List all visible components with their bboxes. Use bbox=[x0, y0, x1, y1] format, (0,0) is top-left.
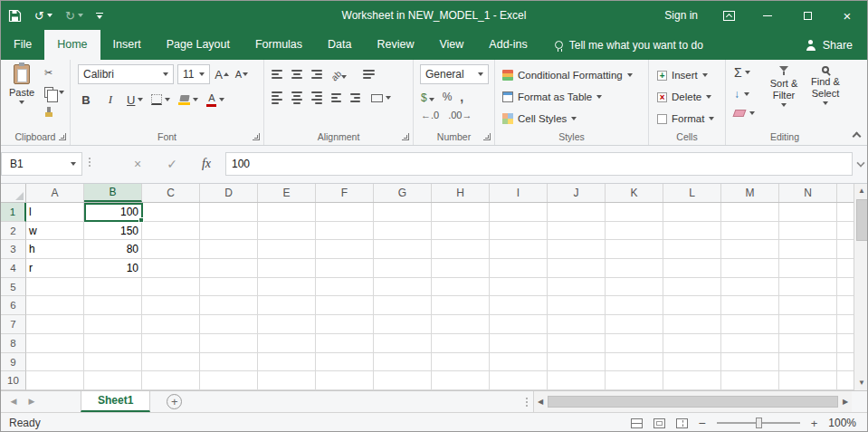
cell-F5[interactable] bbox=[316, 278, 374, 297]
cell-M8[interactable] bbox=[721, 334, 779, 353]
cell-C3[interactable] bbox=[142, 240, 200, 259]
column-header-K[interactable]: K bbox=[606, 184, 663, 202]
collapse-ribbon-icon[interactable] bbox=[853, 132, 862, 141]
cell-F10[interactable] bbox=[316, 371, 374, 390]
increase-indent-button[interactable] bbox=[350, 93, 360, 102]
zoom-in-button[interactable]: + bbox=[811, 417, 818, 430]
enter-button[interactable]: ✓ bbox=[160, 152, 184, 176]
row-header-3[interactable]: 3 bbox=[1, 240, 26, 259]
cell-M1[interactable] bbox=[721, 203, 779, 222]
cell-H10[interactable] bbox=[432, 371, 490, 390]
cell-E7[interactable] bbox=[258, 315, 316, 334]
close-button[interactable]: × bbox=[827, 1, 867, 30]
cell-K4[interactable] bbox=[606, 259, 663, 278]
undo-button[interactable]: ↺ bbox=[34, 9, 52, 23]
cell-I2[interactable] bbox=[490, 222, 548, 241]
cell-G8[interactable] bbox=[374, 334, 432, 353]
borders-button[interactable] bbox=[151, 90, 170, 110]
cell-H6[interactable] bbox=[432, 296, 490, 315]
align-left-icon[interactable] bbox=[272, 91, 282, 104]
cell-D8[interactable] bbox=[200, 334, 258, 353]
cell-B1[interactable]: 100 bbox=[84, 203, 142, 222]
cell-H8[interactable] bbox=[432, 334, 490, 353]
cell-J8[interactable] bbox=[548, 334, 606, 353]
cell-L1[interactable] bbox=[663, 203, 721, 222]
tab-data[interactable]: Data bbox=[315, 30, 364, 60]
scroll-down-icon[interactable]: ▼ bbox=[858, 376, 865, 390]
cell-J2[interactable] bbox=[548, 222, 606, 241]
cell-A2[interactable]: w bbox=[26, 222, 84, 241]
cell-I9[interactable] bbox=[490, 353, 548, 372]
align-bottom-icon[interactable] bbox=[311, 70, 322, 79]
cell-N1[interactable] bbox=[779, 203, 837, 222]
column-header-C[interactable]: C bbox=[142, 184, 200, 202]
cell-D9[interactable] bbox=[200, 353, 258, 372]
cell-D10[interactable] bbox=[200, 371, 258, 390]
scroll-up-icon[interactable]: ▲ bbox=[858, 184, 865, 198]
cell-D5[interactable] bbox=[200, 278, 258, 297]
cell-L8[interactable] bbox=[663, 334, 721, 353]
cell-L6[interactable] bbox=[663, 296, 721, 315]
cell-B7[interactable] bbox=[84, 315, 142, 334]
font-size-select[interactable]: 11 bbox=[177, 64, 210, 84]
page-layout-view-icon[interactable] bbox=[653, 418, 665, 428]
formula-bar-expand-icon[interactable] bbox=[856, 158, 864, 167]
row-header-9[interactable]: 9 bbox=[1, 353, 26, 372]
cell-H2[interactable] bbox=[432, 222, 490, 241]
cell-F7[interactable] bbox=[316, 315, 374, 334]
cell-G5[interactable] bbox=[374, 278, 432, 297]
cell-B5[interactable] bbox=[84, 278, 142, 297]
cell-A6[interactable] bbox=[26, 296, 84, 315]
cell-G1[interactable] bbox=[374, 203, 432, 222]
zoom-percentage[interactable]: 100% bbox=[828, 417, 856, 429]
cell-H3[interactable] bbox=[432, 240, 490, 259]
normal-view-icon[interactable] bbox=[631, 418, 643, 428]
decrease-indent-button[interactable] bbox=[331, 93, 341, 102]
cell-C1[interactable] bbox=[142, 203, 200, 222]
scroll-left-icon[interactable]: ◀ bbox=[534, 395, 547, 409]
select-all-corner[interactable] bbox=[1, 184, 26, 202]
cell-D1[interactable] bbox=[200, 203, 258, 222]
font-name-select[interactable]: Calibri bbox=[78, 64, 174, 84]
cell-N10[interactable] bbox=[779, 371, 837, 390]
sort-filter-button[interactable]: Sort & Filter bbox=[762, 66, 806, 107]
cell-G4[interactable] bbox=[374, 259, 432, 278]
cell-M4[interactable] bbox=[721, 259, 779, 278]
cell-A4[interactable]: r bbox=[26, 259, 84, 278]
sign-in-button[interactable]: Sign in bbox=[652, 9, 711, 22]
tab-view[interactable]: View bbox=[426, 30, 476, 60]
share-button[interactable]: Share bbox=[791, 30, 867, 60]
cell-C8[interactable] bbox=[142, 334, 200, 353]
tab-insert[interactable]: Insert bbox=[100, 30, 154, 60]
fill-button[interactable]: ↓ bbox=[734, 88, 749, 101]
zoom-slider[interactable] bbox=[717, 417, 800, 429]
ribbon-display-options-icon[interactable] bbox=[723, 11, 735, 21]
column-header-L[interactable]: L bbox=[663, 184, 721, 202]
cell-I4[interactable] bbox=[490, 259, 548, 278]
conditional-formatting-button[interactable]: Conditional Formatting bbox=[502, 65, 633, 85]
cell-C4[interactable] bbox=[142, 259, 200, 278]
cell-F1[interactable] bbox=[316, 203, 374, 222]
cell-F6[interactable] bbox=[316, 296, 374, 315]
cell-M9[interactable] bbox=[721, 353, 779, 372]
cell-E8[interactable] bbox=[258, 334, 316, 353]
cell-A3[interactable]: h bbox=[26, 240, 84, 259]
increase-decimal-button[interactable]: ←.0 bbox=[421, 110, 439, 120]
cell-M3[interactable] bbox=[721, 240, 779, 259]
column-header-A[interactable]: A bbox=[26, 184, 84, 202]
format-painter-button[interactable] bbox=[44, 107, 53, 118]
cancel-button[interactable]: × bbox=[126, 152, 149, 176]
cell-D2[interactable] bbox=[200, 222, 258, 241]
cell-K8[interactable] bbox=[606, 334, 663, 353]
cell-J6[interactable] bbox=[548, 296, 606, 315]
cell-K2[interactable] bbox=[606, 222, 663, 241]
cell-A8[interactable] bbox=[26, 334, 84, 353]
cell-H7[interactable] bbox=[432, 315, 490, 334]
tab-review[interactable]: Review bbox=[364, 30, 426, 60]
cell-A7[interactable] bbox=[26, 315, 84, 334]
cell-C10[interactable] bbox=[142, 371, 200, 390]
cell-J9[interactable] bbox=[548, 353, 606, 372]
cell-C6[interactable] bbox=[142, 296, 200, 315]
paste-button[interactable]: Paste bbox=[5, 64, 39, 104]
fill-handle[interactable] bbox=[138, 217, 144, 223]
